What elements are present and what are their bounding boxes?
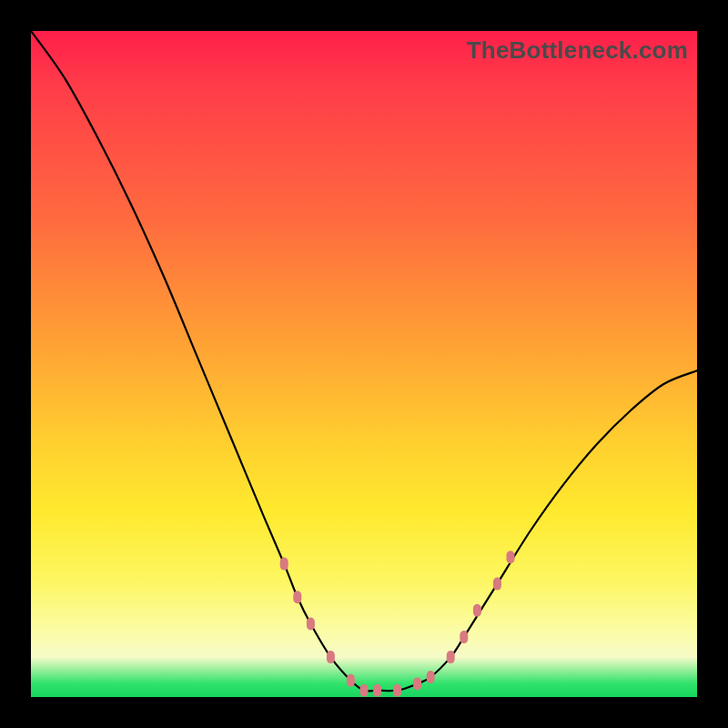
curve-marker — [293, 591, 301, 603]
bottleneck-curve — [31, 31, 697, 697]
curve-marker — [373, 684, 381, 697]
curve-marker — [507, 551, 515, 563]
curve-marker — [360, 684, 369, 697]
curve-marker — [327, 651, 335, 663]
curve-marker — [393, 684, 401, 697]
curve-marker — [493, 578, 501, 591]
chart-frame: TheBottleneck.com — [0, 0, 728, 728]
curve-marker — [347, 674, 355, 687]
curve-marker — [447, 651, 455, 663]
plot-area: TheBottleneck.com — [31, 31, 697, 697]
curve-marker — [280, 558, 288, 571]
curve-marker — [427, 671, 435, 683]
curve-marker — [460, 631, 468, 643]
curve-marker — [473, 604, 481, 617]
curve-path — [31, 31, 697, 692]
curve-marker — [307, 618, 315, 631]
marker-group — [280, 551, 515, 696]
curve-marker — [413, 677, 421, 690]
